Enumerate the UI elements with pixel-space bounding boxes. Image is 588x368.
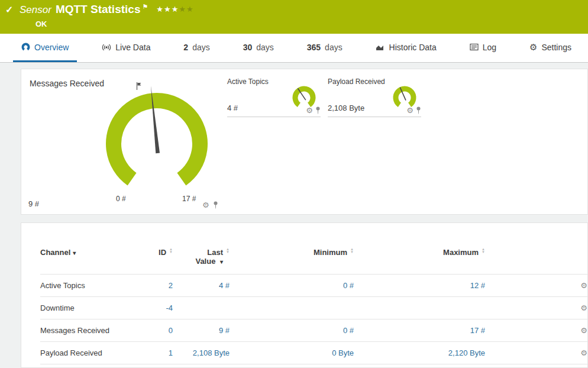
tab-number: 30	[243, 43, 253, 52]
channel-minimum: 0 #	[230, 275, 354, 297]
messages-received-gauge	[88, 79, 227, 203]
sensor-title-line: SensorMQTT Statistics⚑★★★★★	[20, 3, 194, 16]
priority-stars[interactable]: ★★★★★	[156, 5, 193, 14]
column-header-minimum[interactable]: Minimum▲▼	[230, 248, 354, 275]
tab-label: Settings	[541, 43, 571, 52]
table-row: Active Topics 2 4 # 0 # 12 # ⚙	[40, 275, 587, 297]
small-gauge-value: 2,108 Byte	[328, 104, 364, 112]
tab-overview[interactable]: Overview	[13, 34, 77, 62]
channel-name[interactable]: Payload Received	[40, 342, 135, 364]
channel-minimum: 0 #	[230, 319, 354, 342]
channel-id: 0	[135, 319, 173, 342]
channel-id: -4	[135, 297, 173, 319]
small-gauge-value: 4 #	[227, 104, 238, 112]
channel-settings-gear-icon[interactable]: ⚙	[580, 281, 587, 290]
channel-settings-gear-icon[interactable]: ⚙	[580, 348, 587, 357]
status-check-icon: ✓	[5, 4, 13, 15]
active-topics-gauge-block: Active Topics 4 # ⚙	[227, 78, 321, 117]
table-row: Payload Received 1 2,108 Byte 0 Byte 2,1…	[40, 342, 587, 364]
pin-icon[interactable]	[315, 106, 321, 114]
tab-unit: days	[256, 43, 274, 52]
column-header-actions	[485, 248, 587, 275]
table-row: Downtime -4 ⚙	[40, 297, 587, 319]
log-list-icon	[470, 43, 479, 51]
tab-365-days[interactable]: 365 days	[299, 34, 351, 62]
gauge-max-label: 17 #	[182, 195, 196, 203]
overview-content: Messages Received 0 # 17 # 9 # ⚙ Active …	[21, 69, 588, 368]
status-text: OK	[35, 20, 47, 28]
sort-icon[interactable]: ▲▼	[169, 248, 173, 254]
settings-gear-icon: ⚙	[529, 43, 537, 51]
channel-table: Channel▾ ID▲▼ Last Value ▾▲▼ Minimum▲▼ M	[40, 248, 587, 364]
tab-label: Overview	[34, 43, 69, 52]
payload-received-gauge-block: Payload Received 2,108 Byte ⚙	[328, 78, 421, 117]
channel-table-panel: Channel▾ ID▲▼ Last Value ▾▲▼ Minimum▲▼ M	[21, 222, 588, 368]
tab-number: 365	[307, 43, 321, 52]
tab-settings[interactable]: ⚙ Settings	[521, 34, 580, 62]
star-empty-icon[interactable]: ★★	[179, 5, 193, 14]
sort-icon[interactable]: ▲▼	[482, 248, 485, 254]
channel-maximum	[354, 297, 485, 319]
sort-icon[interactable]: ▲▼	[226, 248, 230, 254]
sort-icon[interactable]: ▲▼	[350, 248, 354, 254]
sensor-header-bar: ✓ SensorMQTT Statistics⚑★★★★★ OK	[0, 0, 588, 34]
pin-icon[interactable]	[416, 106, 421, 114]
channel-name[interactable]: Active Topics	[40, 275, 135, 297]
channel-maximum: 17 #	[354, 319, 485, 342]
tab-bar: Overview Live Data 2 days 30 days 365 da…	[0, 34, 588, 63]
table-header-row: Channel▾ ID▲▼ Last Value ▾▲▼ Minimum▲▼ M	[40, 248, 587, 275]
gauge-settings-gear-icon[interactable]: ⚙	[406, 106, 413, 114]
channel-maximum: 2,120 Byte	[354, 342, 485, 364]
tab-unit: days	[325, 43, 343, 52]
channel-minimum: 0 Byte	[230, 342, 354, 364]
gauge-settings-gear-icon[interactable]: ⚙	[306, 106, 313, 114]
channel-maximum: 12 #	[354, 275, 485, 297]
flag-icon[interactable]: ⚑	[142, 3, 148, 10]
star-filled-icon[interactable]: ★★★	[156, 5, 179, 14]
gauge-current-value: 9 #	[28, 199, 39, 208]
channel-last-value: 9 #	[173, 319, 230, 342]
caret-down-icon: ▾	[220, 259, 223, 265]
gauge-marker-icon	[136, 82, 141, 90]
overview-gauge-icon	[21, 43, 30, 51]
sensor-title: MQTT Statistics	[56, 3, 141, 15]
tab-label: Log	[483, 43, 496, 52]
tab-label: Live Data	[115, 43, 150, 52]
tab-live-data[interactable]: Live Data	[93, 34, 159, 62]
column-header-maximum[interactable]: Maximum▲▼	[354, 248, 485, 275]
channel-name[interactable]: Downtime	[40, 297, 135, 319]
tab-30-days[interactable]: 30 days	[235, 34, 282, 62]
channel-minimum	[230, 297, 354, 319]
object-kind-label: Sensor	[20, 4, 51, 15]
gauge-footer-icons: ⚙	[406, 106, 421, 114]
tab-historic-data[interactable]: Historic Data	[367, 34, 445, 62]
channel-id: 1	[135, 342, 173, 364]
channel-last-value	[173, 297, 230, 319]
historic-data-chart-icon	[376, 43, 385, 51]
column-header-id[interactable]: ID▲▼	[135, 248, 173, 275]
gauge-settings-gear-icon[interactable]: ⚙	[202, 201, 209, 209]
gauges-panel: Messages Received 0 # 17 # 9 # ⚙ Active …	[21, 69, 588, 215]
pin-icon[interactable]	[213, 201, 218, 209]
channel-name[interactable]: Messages Received	[40, 319, 135, 342]
column-header-last-value[interactable]: Last Value ▾▲▼	[173, 248, 230, 275]
channel-last-value: 2,108 Byte	[173, 342, 230, 364]
tab-number: 2	[183, 43, 188, 52]
gauge-min-label: 0 #	[116, 195, 126, 203]
channel-last-value: 4 #	[173, 275, 230, 297]
tab-2-days[interactable]: 2 days	[175, 34, 218, 62]
gauge-footer-icons: ⚙	[202, 201, 218, 209]
gauge-footer-icons: ⚙	[306, 106, 321, 114]
channel-settings-gear-icon[interactable]: ⚙	[580, 326, 587, 335]
table-row: Messages Received 0 9 # 0 # 17 # ⚙	[40, 319, 587, 342]
channel-settings-gear-icon[interactable]: ⚙	[580, 304, 587, 312]
caret-down-icon: ▾	[73, 250, 76, 256]
channel-id: 2	[135, 275, 173, 297]
tab-log[interactable]: Log	[461, 34, 505, 62]
tab-label: Historic Data	[389, 43, 437, 52]
live-data-broadcast-icon	[102, 43, 111, 51]
column-header-channel[interactable]: Channel▾	[40, 248, 135, 275]
tab-unit: days	[192, 43, 210, 52]
